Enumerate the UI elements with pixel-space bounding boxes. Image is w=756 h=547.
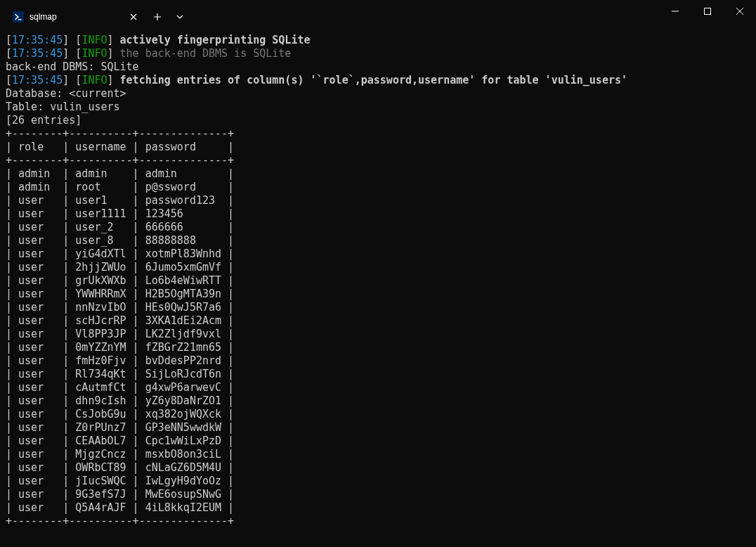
window-controls <box>659 0 756 22</box>
log-line: [17:35:45] [INFO] actively fingerprintin… <box>6 34 750 47</box>
table-row: | user | yiG4dXTl | xotmPl83Wnhd | <box>6 247 750 261</box>
table-row: | user | grUkXWXb | Lo6b4eWiwRTT | <box>6 274 750 288</box>
table-row: | user | MjgzCncz | msxbO8on3ciL | <box>6 448 750 461</box>
svg-rect-0 <box>705 8 711 15</box>
log-line: [26 entries] <box>6 114 750 127</box>
table-row: | admin | root | p@ssword | <box>6 181 750 194</box>
table-row: | user | dhn9cIsh | yZ6y8DaNrZO1 | <box>6 394 750 408</box>
table-row: | user | fmHz0Fjv | bvDdesPP2nrd | <box>6 354 750 368</box>
table-sep: +--------+----------+--------------+ <box>6 127 750 141</box>
log-line: Database: <current> <box>6 87 750 101</box>
table-row: | user | scHJcrRP | 3XKA1dEi2Acm | <box>6 314 750 328</box>
table-sep: +--------+----------+--------------+ <box>6 154 750 167</box>
log-line: [17:35:45] [INFO] the back-end DBMS is S… <box>6 47 750 60</box>
table-row: | user | Rl734qKt | SijLoRJcdT6n | <box>6 368 750 381</box>
minimize-button[interactable] <box>659 0 691 22</box>
terminal-output[interactable]: [17:35:45] [INFO] actively fingerprintin… <box>0 28 756 528</box>
table-row: | user | jIucSWQC | IwLgyH9dYoOz | <box>6 475 750 488</box>
table-row: | admin | admin | admin | <box>6 167 750 181</box>
table-row: | user | Vl8PP3JP | LK2Zljdf9vxl | <box>6 328 750 341</box>
close-button[interactable] <box>724 0 756 22</box>
log-line: back-end DBMS: SQLite <box>6 60 750 74</box>
log-line: [17:35:45] [INFO] fetching entries of co… <box>6 74 750 87</box>
table-row: | user | 9G3efS7J | MwE6osupSNwG | <box>6 488 750 501</box>
table-row: | user | Z0rPUnz7 | GP3eNN5wwdkW | <box>6 421 750 435</box>
table-row: | user | OWRbCT89 | cNLaGZ6D5M4U | <box>6 461 750 475</box>
table-row: | user | user1111 | 123456 | <box>6 207 750 221</box>
title-bar: sqlmap <box>0 0 756 28</box>
table-header: | role | username | password | <box>6 141 750 154</box>
table-row: | user | Q5A4rAJF | 4iL8kkqI2EUM | <box>6 501 750 515</box>
tab-title: sqlmap <box>30 11 57 24</box>
tab-strip: sqlmap <box>0 0 146 28</box>
tab-close-button[interactable] <box>128 11 139 22</box>
table-row: | user | cAutmfCt | g4xwP6arwevC | <box>6 381 750 394</box>
table-row: | user | 0mYZZnYM | fZBGrZ21mn65 | <box>6 341 750 354</box>
table-row: | user | CEAAbOL7 | Cpc1wWiLxPzD | <box>6 435 750 448</box>
table-row: | user | CsJobG9u | xq382ojWQXck | <box>6 408 750 421</box>
table-row: | user | user_2 | 666666 | <box>6 221 750 234</box>
tab-dropdown-button[interactable] <box>169 6 191 28</box>
table-row: | user | user1 | password123 | <box>6 194 750 207</box>
tab-sqlmap[interactable]: sqlmap <box>6 6 146 28</box>
table-row: | user | YWWHRRmX | H2B5OgMTA39n | <box>6 288 750 301</box>
table-sep: +--------+----------+--------------+ <box>6 515 750 528</box>
table-row: | user | nnNzvIbO | HEs0QwJ5R7a6 | <box>6 301 750 314</box>
new-tab-button[interactable] <box>146 6 169 28</box>
table-row: | user | user_8 | 88888888 | <box>6 234 750 247</box>
table-row: | user | 2hjjZWUo | 6Jumo5xmGmVf | <box>6 261 750 274</box>
maximize-button[interactable] <box>691 0 724 22</box>
log-line: Table: vulin_users <box>6 101 750 114</box>
powershell-icon <box>13 11 24 22</box>
